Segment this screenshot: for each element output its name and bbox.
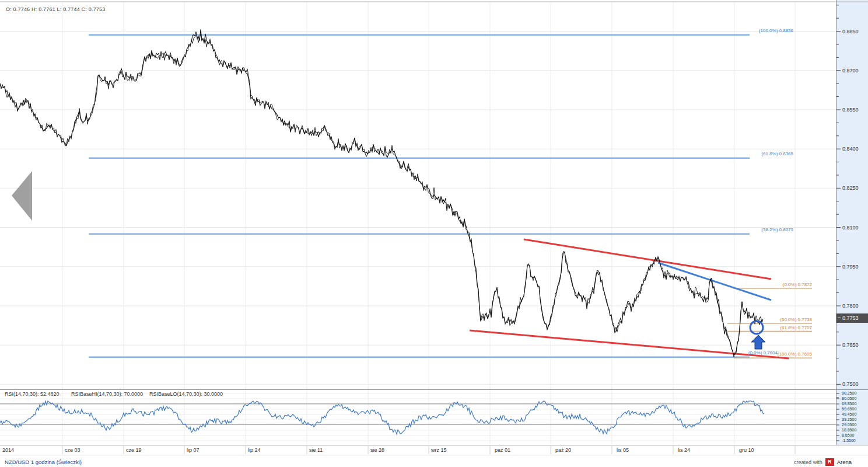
- rsi-axis-label: 39.2500: [842, 417, 856, 421]
- time-axis-label: cze 19: [126, 447, 142, 453]
- rsi-axis-label: 8.6500: [842, 433, 854, 437]
- price-marker-tick: [838, 318, 841, 318]
- current-price-badge: 0.7753: [836, 313, 868, 323]
- fib-label-blue: (0.0%) 0.7604: [748, 350, 778, 356]
- time-axis-label: lip 24: [248, 447, 261, 453]
- chart-window: O: 0.7746 H: 0.7761 L: 0.7744 C: 0.7753 …: [0, 0, 868, 467]
- fib-label-orange: (100.0%) 0.7605: [778, 351, 812, 357]
- time-axis-label: gru 10: [739, 447, 754, 453]
- price-axis-label: 0.8700: [842, 68, 859, 74]
- fib-label-orange: (50.0%) 0.7738: [780, 317, 812, 322]
- credit-line: created with Arena: [794, 458, 852, 466]
- trendline-short-resistance-blue[interactable]: [658, 263, 771, 300]
- time-axis-label: paź 20: [555, 447, 571, 453]
- trendline-lower-support-red[interactable]: [470, 330, 789, 358]
- time-axis-label: sie 11: [309, 447, 323, 453]
- rsi-axis-label: 69.8500: [842, 402, 856, 406]
- time-axis-label: 2014: [2, 447, 14, 453]
- up-arrow-annotation[interactable]: [751, 335, 765, 349]
- rsi-axis-label: 18.8500: [842, 428, 856, 432]
- price-axis-label: 0.8550: [842, 107, 859, 113]
- fib-label-orange: (61.8%) 0.7707: [780, 325, 812, 330]
- fib-label-blue: (100.0%) 0.8836: [759, 28, 793, 33]
- time-axis-label: lip 07: [187, 447, 200, 453]
- price-axis-label: 0.8250: [842, 185, 859, 191]
- fib-label-blue: (38.2%) 0.8075: [761, 227, 793, 232]
- price-axis-label: 0.7800: [842, 303, 859, 309]
- symbol-title: NZD/USD 1 godzina (Świeczki): [5, 459, 82, 465]
- rsi-axis-label: -1.5500: [842, 438, 856, 442]
- price-axis-label: 0.8850: [842, 29, 859, 34]
- time-axis-label: lis 24: [678, 447, 690, 453]
- time-axis-label: wrz 15: [431, 447, 447, 453]
- fib-label-orange: (0.0%) 0.7872: [783, 282, 812, 287]
- price-axis-label: 0.7950: [842, 264, 859, 270]
- credit-prefix: created with: [794, 459, 822, 465]
- chart-canvas[interactable]: [0, 0, 868, 467]
- rsi-axis-label: 59.6500: [842, 407, 856, 411]
- time-axis-label: lis 05: [617, 447, 629, 453]
- ohlc-readout: O: 0.7746 H: 0.7761 L: 0.7744 C: 0.7753: [6, 6, 105, 12]
- brand-name: Arena: [837, 459, 852, 465]
- price-axis-panel: [836, 0, 868, 445]
- current-price-value: 0.7753: [842, 315, 859, 321]
- arena-logo-icon: [825, 458, 834, 466]
- rsi-series-path: [0, 401, 764, 434]
- price-axis-label: 0.8400: [842, 146, 859, 152]
- rsi-value-label: RSI(14,70,30): 52.4820: [5, 391, 60, 397]
- fib-label-blue: (61.8%) 0.8365: [761, 151, 793, 156]
- rsi-basehi-label: RSIBaseHI(14,70,30): 70.0000: [71, 391, 143, 397]
- time-axis-label: paź 01: [495, 447, 510, 453]
- rsi-axis-label: 49.4500: [842, 412, 856, 416]
- price-axis-label: 0.7500: [842, 381, 859, 387]
- rsi-axis-label: 29.0500: [842, 423, 856, 427]
- rsi-axis-label: 90.2500: [842, 391, 856, 395]
- rsi-axis-label: 80.0500: [842, 396, 856, 400]
- price-axis-label: 0.7650: [842, 342, 859, 348]
- rsi-baselo-label: RSIBaseLO(14,70,30): 30.0000: [149, 391, 223, 397]
- time-axis-label: cze 03: [65, 447, 80, 453]
- price-axis-label: 0.8100: [842, 225, 859, 231]
- scroll-left-button[interactable]: [12, 171, 32, 221]
- time-axis-label: sie 28: [370, 447, 384, 453]
